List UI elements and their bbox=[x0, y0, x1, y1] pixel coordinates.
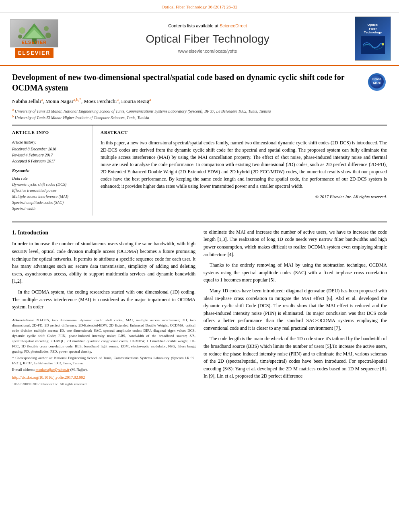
svg-text:Mark: Mark bbox=[373, 81, 381, 85]
article-info-panel: ARTICLE INFO Article history: Received 8… bbox=[12, 125, 93, 215]
science-direct-text: Contents lists available at ScienceDirec… bbox=[68, 23, 347, 29]
abstract-text: In this paper, a new two-dimensional spe… bbox=[101, 139, 387, 190]
issn-text: 1068-5200/© 2017 Elsevier Inc. All right… bbox=[12, 382, 195, 387]
author-3: Moez Ferchichi bbox=[84, 99, 117, 105]
introduction-title: 1. Introduction bbox=[12, 228, 195, 237]
section-divider bbox=[12, 222, 387, 222]
keyword-5: Spectral amplitude codes (SAC) bbox=[12, 199, 86, 205]
svg-point-4 bbox=[19, 27, 25, 34]
elsevier-wordmark: ELSEVIER bbox=[15, 48, 53, 58]
intro-para-2: In the OCDMA system, the coding research… bbox=[12, 288, 195, 311]
journal-title-area: Contents lists available at ScienceDirec… bbox=[60, 23, 355, 54]
author-4-sup: a bbox=[149, 97, 151, 102]
header-band: ELSEVIER Contents lists available at Sci… bbox=[0, 12, 399, 66]
abstract-copyright: © 2017 Elsevier Inc. All rights reserved… bbox=[101, 194, 387, 200]
intro-para-1: In order to increase the number of simul… bbox=[12, 240, 195, 285]
keywords-label: Keywords: bbox=[12, 168, 86, 174]
paper-title-row: Cross Mark Development of new two-dimens… bbox=[12, 72, 387, 93]
keyword-4: Multiple access interference (MAI) bbox=[12, 193, 86, 199]
abstract-heading: ABSTRACT bbox=[101, 129, 387, 136]
author-2: Monia Najjar bbox=[45, 99, 74, 105]
email-footnote: E-mail address: moniamajjar@yahoo.fr (M.… bbox=[12, 367, 195, 372]
body-content: 1. Introduction In order to increase the… bbox=[12, 228, 387, 387]
crossmark-icon: Cross Mark bbox=[368, 73, 386, 91]
journal-cover-image: OpticalFiberTechnology bbox=[355, 16, 391, 61]
journal-header: Optical Fiber Technology 36 (2017) 26–32 bbox=[0, 0, 399, 12]
author-4: Houria Rezig bbox=[121, 99, 149, 105]
paper-title: Development of new two-dimensional spect… bbox=[12, 72, 387, 93]
author-1-sup: a bbox=[41, 97, 43, 102]
svg-text:Cross: Cross bbox=[372, 77, 382, 81]
elsevier-logo-image bbox=[10, 19, 58, 47]
affiliation-b: b University of Tunis El Manar Higher In… bbox=[12, 114, 387, 121]
svg-point-9 bbox=[382, 43, 384, 45]
body-right-para-1: to eliminate the MAI and increase the nu… bbox=[204, 228, 387, 258]
footnote-area: Abbreviations: 2D-DCS, two dimensional d… bbox=[12, 315, 195, 387]
abbreviations-footnote: Abbreviations: 2D-DCS, two dimensional d… bbox=[12, 318, 195, 354]
body-right-para-2: Thanks to the entirely removing of MAI b… bbox=[204, 261, 387, 284]
article-history: Article history: Received 8 December 201… bbox=[12, 139, 86, 164]
history-label: Article history: bbox=[12, 139, 86, 145]
body-right-para-3: Many 1D codes have been introduced: diag… bbox=[204, 287, 387, 332]
body-right-para-4: The code length is the main drawback of … bbox=[204, 335, 387, 380]
body-right-column: to eliminate the MAI and increase the nu… bbox=[204, 228, 387, 387]
main-content: Cross Mark Development of new two-dimens… bbox=[0, 66, 399, 393]
journal-citation-link[interactable]: Optical Fiber Technology 36 (2017) 26–32 bbox=[162, 4, 238, 9]
keyword-1: Data rate bbox=[12, 175, 86, 181]
abstract-panel: ABSTRACT In this paper, a new two-dimens… bbox=[101, 125, 387, 215]
svg-rect-8 bbox=[361, 36, 385, 54]
info-abstract-row: ARTICLE INFO Article history: Received 8… bbox=[12, 125, 387, 215]
journal-url: www.elsevier.com/locate/yofte bbox=[68, 48, 347, 54]
elsevier-logo: ELSEVIER bbox=[8, 19, 60, 58]
received-date: Received 8 December 2016 bbox=[12, 146, 86, 152]
keyword-3: Effective transmitted power bbox=[12, 187, 86, 193]
author-2-sup: a,b,* bbox=[73, 97, 81, 102]
affiliation-a: a University of Tunis El Manar, National… bbox=[12, 108, 387, 114]
author-1: Nabiha Jellali bbox=[12, 99, 41, 105]
affiliations: a University of Tunis El Manar, National… bbox=[12, 108, 387, 121]
doi-link[interactable]: http://dx.doi.org/10.1016/j.yofte.2017.0… bbox=[12, 375, 195, 381]
article-info-heading: ARTICLE INFO bbox=[12, 129, 86, 136]
science-direct-link[interactable]: ScienceDirect bbox=[220, 23, 247, 28]
keyword-6: Spectral width bbox=[12, 205, 86, 212]
corresponding-footnote: * Corresponding author at: National Engi… bbox=[12, 355, 195, 366]
author-3-sup: a bbox=[117, 97, 118, 102]
keywords-section: Keywords: Data rate Dynamic cyclic shift… bbox=[12, 168, 86, 212]
svg-point-5 bbox=[44, 26, 49, 31]
email-link[interactable]: moniamajjar@yahoo.fr bbox=[35, 368, 69, 372]
svg-point-7 bbox=[45, 33, 51, 38]
crossmark-badge-container[interactable]: Cross Mark bbox=[367, 72, 387, 92]
svg-point-6 bbox=[18, 35, 22, 39]
body-left-column: 1. Introduction In order to increase the… bbox=[12, 228, 195, 387]
keyword-2: Dynamic cyclic shift codes (DCS) bbox=[12, 181, 86, 187]
cover-title: OpticalFiberTechnology bbox=[364, 23, 382, 35]
journal-main-title: Optical Fiber Technology bbox=[68, 31, 347, 47]
authors-line: Nabiha Jellalia, Monia Najjara,b,*, Moez… bbox=[12, 97, 387, 105]
accepted-date: Accepted 6 February 2017 bbox=[12, 158, 86, 164]
revised-date: Revised 4 February 2017 bbox=[12, 152, 86, 158]
